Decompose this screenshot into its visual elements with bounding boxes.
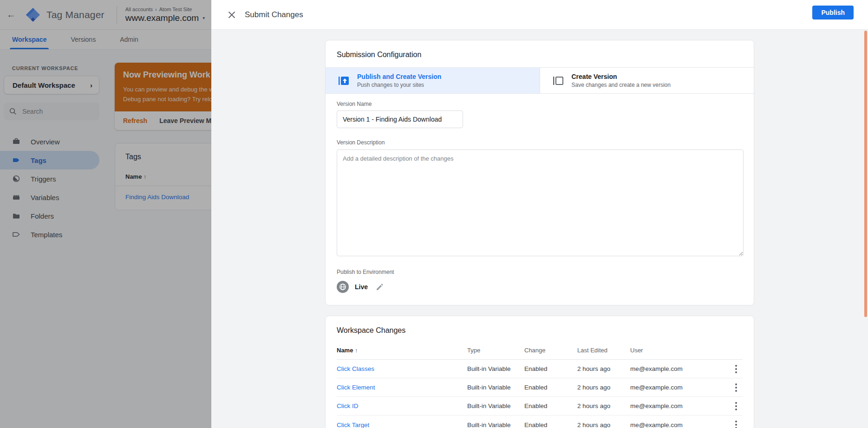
- column-header-user[interactable]: User: [630, 347, 724, 354]
- change-link[interactable]: Click Element: [337, 384, 375, 391]
- workspace-changes-card: Workspace Changes Name ↑ Type Change Las…: [325, 316, 754, 428]
- cell-type: Built-in Variable: [467, 422, 524, 428]
- edit-environment-icon[interactable]: [376, 283, 384, 291]
- publish-button[interactable]: Publish: [812, 6, 854, 19]
- cell-last-edited: 2 hours ago: [577, 422, 630, 428]
- changes-table-header: Name ↑ Type Change Last Edited User: [337, 341, 743, 360]
- option-title: Publish and Create Version: [357, 73, 441, 80]
- column-header-type[interactable]: Type: [467, 347, 524, 354]
- row-menu-kebab-icon[interactable]: [730, 418, 743, 428]
- cell-change: Enabled: [524, 402, 577, 409]
- option-title: Create Version: [572, 73, 671, 80]
- sort-ascending-icon: ↑: [355, 347, 358, 354]
- column-header-last-edited[interactable]: Last Edited: [577, 347, 630, 354]
- modal-scrollbar-thumb[interactable]: [864, 31, 867, 317]
- version-name-input[interactable]: [337, 110, 463, 128]
- create-version-icon: [552, 75, 564, 87]
- version-name-label: Version Name: [337, 101, 743, 107]
- row-menu-kebab-icon[interactable]: [730, 381, 743, 394]
- cell-last-edited: 2 hours ago: [577, 402, 630, 409]
- globe-icon: [337, 281, 349, 293]
- cell-type: Built-in Variable: [467, 402, 524, 409]
- table-row: Click Target Built-in Variable Enabled 2…: [337, 415, 743, 428]
- modal-header: Submit Changes Publish: [211, 0, 868, 30]
- cell-user: me@example.com: [630, 422, 724, 428]
- card-title: Workspace Changes: [326, 316, 754, 341]
- cell-last-edited: 2 hours ago: [577, 365, 630, 372]
- cell-type: Built-in Variable: [467, 384, 524, 391]
- change-link[interactable]: Click ID: [337, 402, 359, 409]
- column-header-change[interactable]: Change: [524, 347, 577, 354]
- table-row: Click ID Built-in Variable Enabled 2 hou…: [337, 397, 743, 415]
- card-title: Submission Configuration: [326, 40, 754, 67]
- version-description-label: Version Description: [337, 139, 743, 146]
- cell-user: me@example.com: [630, 365, 724, 372]
- option-subtitle: Save changes and create a new version: [572, 82, 671, 88]
- change-link[interactable]: Click Classes: [337, 365, 374, 372]
- change-link[interactable]: Click Target: [337, 422, 369, 428]
- column-header-name[interactable]: Name ↑: [337, 347, 467, 354]
- table-row: Click Element Built-in Variable Enabled …: [337, 378, 743, 397]
- cell-user: me@example.com: [630, 384, 724, 391]
- row-menu-kebab-icon[interactable]: [730, 400, 743, 413]
- modal-body: Submission Configuration Publish and Cre…: [211, 30, 868, 428]
- cell-user: me@example.com: [630, 402, 724, 409]
- option-subtitle: Push changes to your sites: [357, 82, 441, 88]
- cell-last-edited: 2 hours ago: [577, 384, 630, 391]
- modal-title: Submit Changes: [245, 10, 303, 19]
- table-row: Click Classes Built-in Variable Enabled …: [337, 360, 743, 378]
- environment-name: Live: [355, 283, 368, 291]
- cell-change: Enabled: [524, 422, 577, 428]
- submit-changes-modal: Submit Changes Publish Submission Config…: [211, 0, 868, 428]
- cell-change: Enabled: [524, 384, 577, 391]
- cell-type: Built-in Variable: [467, 365, 524, 372]
- row-menu-kebab-icon[interactable]: [730, 363, 743, 376]
- publish-to-environment-label: Publish to Environment: [337, 269, 743, 275]
- cell-change: Enabled: [524, 365, 577, 372]
- submission-configuration-card: Submission Configuration Publish and Cre…: [325, 40, 754, 305]
- option-publish-and-create-version[interactable]: Publish and Create Version Push changes …: [326, 68, 540, 93]
- version-description-textarea[interactable]: [337, 149, 744, 256]
- publish-icon: [338, 75, 350, 87]
- close-icon[interactable]: [224, 7, 239, 22]
- option-create-version[interactable]: Create Version Save changes and create a…: [540, 68, 754, 93]
